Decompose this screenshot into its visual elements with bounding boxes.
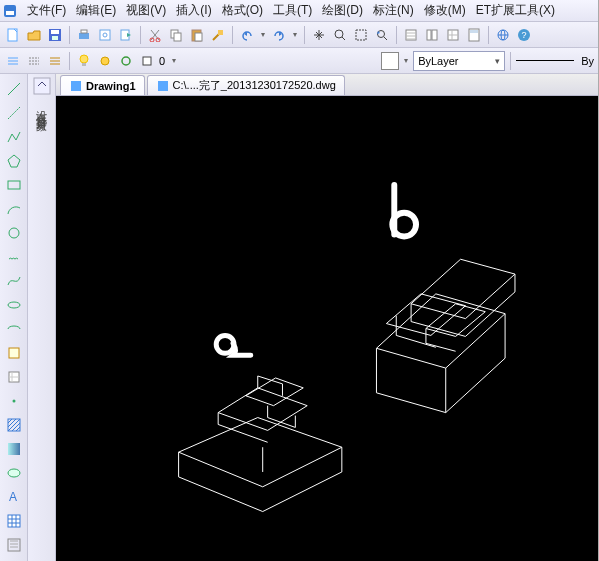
menu-format[interactable]: 格式(O) (217, 0, 268, 21)
rectangle-icon[interactable] (5, 176, 23, 194)
menu-insert[interactable]: 插入(I) (171, 0, 216, 21)
tab-label: Drawing1 (86, 80, 136, 92)
redo-dropdown[interactable]: ▾ (291, 26, 299, 44)
svg-rect-19 (356, 30, 366, 40)
copy-icon[interactable] (167, 26, 185, 44)
svg-point-34 (122, 57, 130, 65)
web-icon[interactable] (494, 26, 512, 44)
svg-point-33 (101, 57, 109, 65)
redo-icon[interactable] (270, 26, 288, 44)
annotation-a (216, 335, 251, 355)
model-viewport[interactable] (56, 96, 598, 561)
spline-icon[interactable] (5, 272, 23, 290)
layer-previous-icon[interactable] (25, 52, 43, 70)
properties-collapse[interactable]: 没有选择对象 (28, 74, 56, 561)
linetype-combo[interactable]: ByLayer ▾ (413, 51, 505, 71)
table-icon[interactable] (5, 512, 23, 530)
layer-properties-icon[interactable] (4, 52, 22, 70)
tab-drawing1[interactable]: Drawing1 (60, 75, 145, 95)
open-icon[interactable] (25, 26, 43, 44)
layer-dropdown[interactable]: ▾ (170, 52, 178, 70)
paste-icon[interactable] (188, 26, 206, 44)
svg-rect-7 (81, 30, 87, 33)
print-icon[interactable] (75, 26, 93, 44)
menu-modify[interactable]: 修改(M) (419, 0, 471, 21)
svg-rect-8 (100, 30, 110, 40)
linetype-value: ByLayer (418, 55, 458, 67)
toolpalette-icon[interactable] (444, 26, 462, 44)
separator (396, 26, 397, 44)
menu-view[interactable]: 视图(V) (121, 0, 171, 21)
svg-rect-26 (470, 30, 478, 33)
menu-etext[interactable]: ET扩展工具(X) (471, 0, 560, 21)
pan-icon[interactable] (310, 26, 328, 44)
menu-file[interactable]: 文件(F) (22, 0, 71, 21)
lock-icon[interactable] (117, 52, 135, 70)
menu-tools[interactable]: 工具(T) (268, 0, 317, 21)
polygon-icon[interactable] (5, 152, 23, 170)
dwg-icon (156, 79, 170, 93)
svg-point-37 (9, 228, 19, 238)
help-icon[interactable]: ? (515, 26, 533, 44)
text-icon[interactable]: A (5, 488, 23, 506)
color-dropdown[interactable]: ▾ (402, 52, 410, 70)
svg-text:A: A (9, 490, 17, 504)
annotation-b (392, 185, 416, 236)
zoom-realtime-icon[interactable] (331, 26, 349, 44)
circle-icon[interactable] (5, 224, 23, 242)
preview-icon[interactable] (96, 26, 114, 44)
svg-rect-32 (82, 63, 86, 66)
make-block-icon[interactable] (5, 368, 23, 386)
properties-icon[interactable] (402, 26, 420, 44)
undo-icon[interactable] (238, 26, 256, 44)
separator (69, 52, 70, 70)
svg-rect-1 (6, 11, 14, 15)
zoom-previous-icon[interactable] (373, 26, 391, 44)
chevron-down-icon: ▾ (495, 56, 500, 66)
line-icon[interactable] (5, 80, 23, 98)
lineweight-preview[interactable] (516, 60, 574, 61)
arrow-expand-icon (32, 76, 52, 96)
new-icon[interactable] (4, 26, 22, 44)
lineweight-label: By (581, 55, 594, 67)
tab-file2[interactable]: C:\....完了_20131230172520.dwg (147, 75, 345, 95)
calc-icon[interactable] (465, 26, 483, 44)
toolbar-standard: ▾ ▾ ? (0, 22, 598, 48)
separator (488, 26, 489, 44)
addselect-icon[interactable] (5, 536, 23, 554)
app-logo-icon (2, 3, 18, 19)
revision-cloud-icon[interactable] (5, 248, 23, 266)
xline-icon[interactable] (5, 104, 23, 122)
menu-draw[interactable]: 绘图(D) (317, 0, 368, 21)
menu-edit[interactable]: 编辑(E) (71, 0, 121, 21)
matchprops-icon[interactable] (209, 26, 227, 44)
svg-text:?: ? (521, 30, 526, 40)
svg-point-38 (8, 302, 20, 308)
svg-point-44 (8, 469, 20, 477)
bulb-icon[interactable] (75, 52, 93, 70)
region-icon[interactable] (5, 464, 23, 482)
layer-states-icon[interactable] (46, 52, 64, 70)
freeze-icon[interactable] (96, 52, 114, 70)
arc-icon[interactable] (5, 200, 23, 218)
cut-icon[interactable] (146, 26, 164, 44)
separator (140, 26, 141, 44)
gradient-icon[interactable] (5, 440, 23, 458)
ellipse-icon[interactable] (5, 296, 23, 314)
layer-color-icon[interactable] (138, 52, 156, 70)
zoom-window-icon[interactable] (352, 26, 370, 44)
color-control[interactable] (381, 52, 399, 70)
insert-block-icon[interactable] (5, 344, 23, 362)
svg-rect-48 (34, 78, 50, 94)
svg-rect-14 (174, 33, 181, 41)
menu-dim[interactable]: 标注(N) (368, 0, 419, 21)
ellipse-arc-icon[interactable] (5, 320, 23, 338)
polyline-icon[interactable] (5, 128, 23, 146)
svg-rect-16 (195, 33, 202, 41)
save-icon[interactable] (46, 26, 64, 44)
designcenter-icon[interactable] (423, 26, 441, 44)
export-icon[interactable] (117, 26, 135, 44)
undo-dropdown[interactable]: ▾ (259, 26, 267, 44)
point-icon[interactable] (5, 392, 23, 410)
hatch-icon[interactable] (5, 416, 23, 434)
